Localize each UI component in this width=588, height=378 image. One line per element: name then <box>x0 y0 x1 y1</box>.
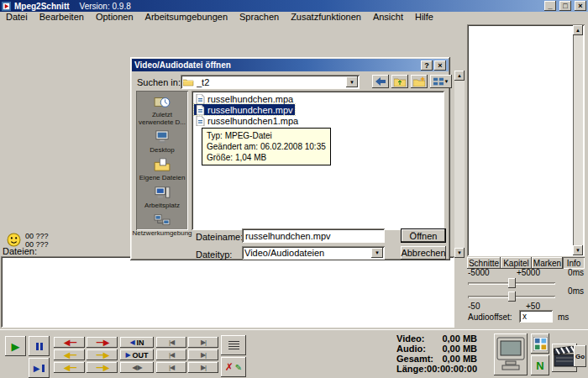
step-right-button-3[interactable]: ▶| <box>188 362 218 373</box>
filetype-combobox[interactable]: Video/Audiodateien ▼ <box>242 246 385 260</box>
cut-in-button[interactable]: ◀IN <box>120 337 154 348</box>
close-icon[interactable]: × <box>575 1 586 11</box>
tab-schnitte[interactable]: Schnitte <box>467 257 501 269</box>
media-file-icon <box>196 94 205 104</box>
pause-button[interactable] <box>29 336 50 356</box>
stat-gesamt-label: Gesamt: <box>396 354 433 364</box>
step-left-button-2[interactable]: |◀ <box>156 349 186 360</box>
right-list-scrollbar[interactable]: ▲ ▼ <box>573 25 584 255</box>
menu-sprachen[interactable]: Sprachen <box>234 12 285 23</box>
stat-video-label: Video: <box>396 333 424 344</box>
stat-laenge: Länge: 00:00:00:00 <box>396 364 477 374</box>
app-icon <box>2 2 11 11</box>
maximize-icon[interactable]: □ <box>559 1 571 11</box>
cut-range-button[interactable]: ◀ ▶ <box>120 362 154 373</box>
tab-info[interactable]: Info <box>563 257 585 269</box>
file-item-mpa-1[interactable]: russelhundchen1.mpa <box>194 115 300 126</box>
coarse-value: 0ms <box>557 268 584 277</box>
menu-hilfe[interactable]: Hilfe <box>409 12 439 23</box>
file-item-mpv-selected[interactable]: russelhundchen.mpv <box>194 104 295 115</box>
play-pause-button[interactable]: ▶ <box>29 358 50 378</box>
red-jump-right-button[interactable]: —▶ <box>87 337 118 348</box>
audiooffset-label: Audiooffset: <box>468 312 512 322</box>
mpeg2schnitt-window: Mpeg2Schnitt Version: 0.9.8 _ □ × Datei … <box>0 0 588 378</box>
cancel-button[interactable]: Abbrechen <box>401 246 446 260</box>
audiooffset-input[interactable] <box>519 310 553 323</box>
stat-laenge-value: 00:00:00:00 <box>427 364 477 374</box>
look-in-combobox[interactable]: _t2 ▼ <box>181 75 360 89</box>
play-button[interactable]: ▶ <box>5 336 26 356</box>
new-folder-icon[interactable] <box>411 75 428 88</box>
scroll-down-icon[interactable]: ▼ <box>573 245 583 255</box>
back-icon[interactable] <box>372 75 389 88</box>
history-icon <box>153 95 171 110</box>
audio-offset-coarse-slider[interactable] <box>468 278 555 288</box>
tab-kapitel[interactable]: Kapitel <box>501 257 532 269</box>
yellow-jump-left-button-1[interactable]: ◀— <box>54 349 85 360</box>
menu-ansicht[interactable]: Ansicht <box>367 12 409 23</box>
picture-area-scrollbar[interactable]: ▲ ▼ <box>454 71 465 258</box>
stat-video: Video: 0,00 MB <box>396 333 477 344</box>
files-label: Dateien: <box>3 246 37 256</box>
place-my-documents[interactable]: Eigene Dateien <box>138 158 186 181</box>
cutlist-button[interactable] <box>221 335 246 355</box>
menu-optionen[interactable]: Optionen <box>90 12 139 23</box>
menu-bearbeiten[interactable]: Bearbeiten <box>34 12 90 23</box>
open-button[interactable]: Öffnen <box>401 228 446 243</box>
slider-thumb[interactable] <box>508 278 516 288</box>
yellow-jump-right-button-2[interactable]: —▶ <box>87 362 118 373</box>
filename-input[interactable] <box>242 228 385 243</box>
stat-video-value: 0,00 MB <box>442 333 477 344</box>
window-title: Mpeg2Schnitt <box>14 2 70 11</box>
titlebar[interactable]: Mpeg2Schnitt Version: 0.9.8 _ □ × <box>0 0 588 12</box>
view-menu-icon[interactable]: ▼ <box>430 75 452 88</box>
media-file-icon <box>196 116 205 126</box>
right-list-panel[interactable]: ▲ ▼ <box>467 24 585 256</box>
yellow-jump-right-button-1[interactable]: —▶ <box>87 349 118 360</box>
place-desktop[interactable]: Desktop <box>138 130 186 154</box>
audio-offset-fine-slider[interactable] <box>468 291 555 302</box>
file-list[interactable]: russelhundchen.mpa russelhundchen.mpv ru… <box>192 91 444 230</box>
red-jump-left-button[interactable]: ◀— <box>54 337 85 348</box>
place-my-computer[interactable]: Arbeitsplatz <box>138 186 186 209</box>
step-left-button-1[interactable]: |◀ <box>156 337 186 348</box>
scroll-up-icon[interactable]: ▲ <box>454 71 465 81</box>
place-network[interactable]: Netzwerkumgebung <box>138 213 186 237</box>
go-button[interactable]: Go <box>574 345 586 367</box>
preview-monitor-button[interactable] <box>494 333 528 375</box>
step-left-button-3[interactable]: |◀ <box>156 362 186 373</box>
look-in-dropdown-icon[interactable]: ▼ <box>346 76 358 87</box>
clapperboard-icon <box>554 346 575 370</box>
pause-bar-icon <box>42 365 45 372</box>
yellow-jump-left-button-2[interactable]: ◀— <box>54 362 85 373</box>
n-tool-button[interactable]: N <box>531 355 549 375</box>
scroll-down-icon[interactable]: ▼ <box>454 248 465 258</box>
list-icon <box>228 341 239 350</box>
cut-out-button[interactable]: ▶OUT <box>120 349 154 360</box>
audiooffset-unit: ms <box>558 312 569 322</box>
dialog-help-icon[interactable]: ? <box>421 60 433 71</box>
scroll-up-icon[interactable]: ▲ <box>573 25 583 35</box>
filetype-dropdown-icon[interactable]: ▼ <box>371 248 383 258</box>
slider-thumb[interactable] <box>508 291 516 302</box>
menu-arbeitsumgebungen[interactable]: Arbeitsumgebungen <box>139 12 234 23</box>
frame-list-button[interactable] <box>531 333 549 354</box>
filetype-label: Dateityp: <box>196 249 232 260</box>
stat-audio-value: 0,00 MB <box>442 344 477 354</box>
files-list[interactable] <box>1 256 454 328</box>
place-recent-documents[interactable]: Zuletzt verwendete D... <box>138 95 186 126</box>
dialog-titlebar[interactable]: Video/Audiodatei öffnen ? × <box>132 59 449 71</box>
file-item-mpa[interactable]: russelhundchen.mpa <box>194 93 295 104</box>
tooltip-modified: Geändert am: 06.02.2008 10:35 <box>207 141 326 152</box>
up-one-level-icon[interactable] <box>391 75 408 88</box>
dialog-close-icon[interactable]: × <box>434 60 446 71</box>
menu-datei[interactable]: Datei <box>0 12 34 23</box>
tab-marken[interactable]: Marken <box>532 257 563 269</box>
step-right-button-1[interactable]: ▶| <box>188 337 218 348</box>
edit-cut-button[interactable]: ✗✎ <box>221 357 246 377</box>
minimize-icon[interactable]: _ <box>544 1 556 11</box>
right-tabs: Schnitte Kapitel Marken Info <box>467 257 585 269</box>
folder-icon <box>183 78 194 87</box>
menu-zusatzfunktionen[interactable]: Zusatzfunktionen <box>285 12 367 23</box>
step-right-button-2[interactable]: ▶| <box>188 349 218 360</box>
